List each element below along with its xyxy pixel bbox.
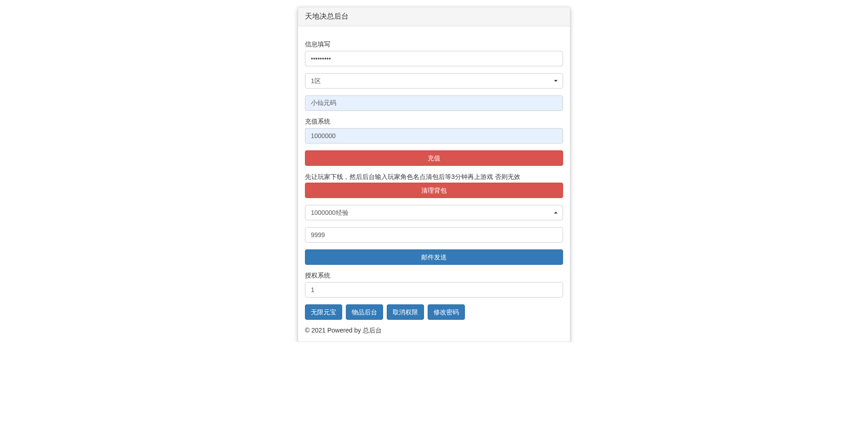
auth-value-input[interactable] [305,282,563,298]
clear-bag-button[interactable]: 清理背包 [305,183,563,198]
auth-button-row: 无限元宝 物品后台 取消权限 修改密码 [305,304,563,320]
password-input[interactable] [305,51,563,66]
info-label: 信息填写 [305,40,330,49]
recharge-button[interactable]: 充值 [305,150,563,166]
auth-label: 授权系统 [305,272,330,280]
zone-select-wrap: 1区 [305,73,563,89]
recharge-amount-input[interactable] [305,128,563,144]
zone-select[interactable]: 1区 [305,73,563,89]
items-backend-button[interactable]: 物品后台 [346,304,383,320]
mail-item-select[interactable]: 1000000经验 [305,205,563,220]
panel-body: 信息填写 1区 充值系统 充值 先让玩家下线 [298,26,570,342]
player-name-input[interactable] [305,95,563,111]
mail-send-button[interactable]: 邮件发送 [305,249,563,265]
admin-form: 信息填写 1区 充值系统 充值 先让玩家下线 [305,40,563,335]
mail-qty-input[interactable] [305,227,563,243]
unlimited-gold-button[interactable]: 无限元宝 [305,304,342,320]
clear-hint-text: 先让玩家下线，然后后台输入玩家角色名点清包后等3分钟再上游戏 否则无效 [305,173,563,182]
mail-item-select-wrap: 1000000经验 [305,205,563,220]
change-password-button[interactable]: 修改密码 [428,304,465,320]
footer-text: © 2021 Powered by 总后台 [305,327,563,335]
panel-title: 天地决总后台 [298,7,570,26]
main-panel: 天地决总后台 信息填写 1区 充值系统 充 [298,7,570,342]
revoke-permission-button[interactable]: 取消权限 [387,304,424,320]
recharge-label: 充值系统 [305,118,330,126]
